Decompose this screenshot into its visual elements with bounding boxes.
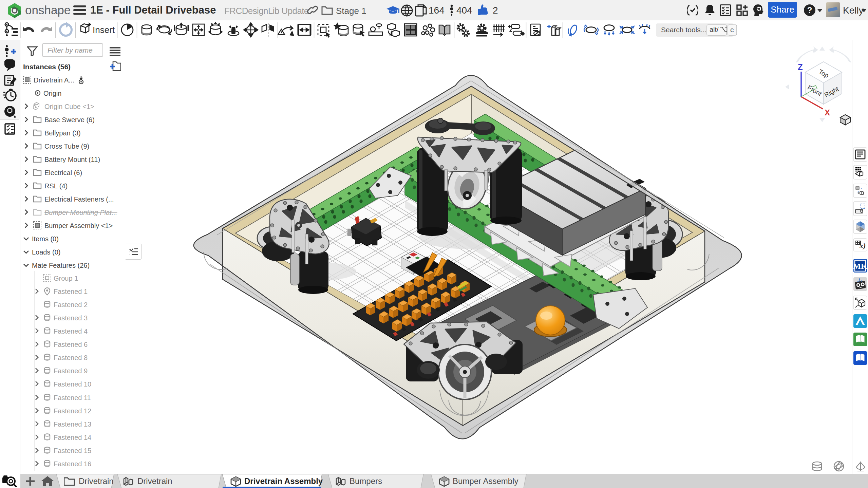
- svg-text:Items (0): Items (0): [32, 235, 59, 243]
- svg-text:Origin Cube <1>: Origin Cube <1>: [44, 103, 94, 110]
- svg-text:Insert: Insert: [93, 25, 115, 35]
- svg-text:c: c: [730, 26, 734, 34]
- svg-text:Fastened 2: Fastened 2: [54, 301, 88, 308]
- svg-text:Bellypan (3): Bellypan (3): [44, 129, 81, 137]
- svg-text:Group 1: Group 1: [54, 275, 78, 282]
- svg-text:Fastened 13: Fastened 13: [54, 420, 91, 428]
- svg-text:Fastened 6: Fastened 6: [54, 341, 88, 348]
- svg-text:Fastened 15: Fastened 15: [54, 447, 91, 454]
- svg-text:Fastened 4: Fastened 4: [54, 327, 88, 335]
- svg-text:Electrical Fasteners (...: Electrical Fasteners (...: [44, 195, 114, 203]
- svg-text:Fastened 1: Fastened 1: [54, 288, 88, 295]
- svg-text:X: X: [825, 108, 830, 117]
- svg-text:RSL (4): RSL (4): [44, 182, 68, 190]
- svg-text:MK: MK: [853, 262, 867, 270]
- svg-text:Search tools...: Search tools...: [661, 26, 706, 34]
- svg-text:Fastened 11: Fastened 11: [54, 394, 91, 401]
- svg-text:?: ?: [807, 5, 812, 15]
- svg-text:Mate Features (26): Mate Features (26): [32, 262, 90, 269]
- svg-text:x): x): [859, 241, 866, 250]
- svg-text:Battery Mount (11): Battery Mount (11): [44, 156, 100, 163]
- svg-text:Electrical (6): Electrical (6): [44, 169, 82, 176]
- svg-text:Loads (0): Loads (0): [32, 248, 61, 256]
- svg-text:Fastened 10: Fastened 10: [54, 380, 91, 388]
- svg-text:Fastened 12: Fastened 12: [54, 407, 91, 415]
- svg-text:Origin: Origin: [43, 90, 61, 97]
- svg-text:Fastened 16: Fastened 16: [54, 460, 91, 468]
- svg-text:Fastened 3: Fastened 3: [54, 314, 88, 322]
- svg-text:Z: Z: [798, 62, 803, 72]
- svg-text:Drivetrain A...: Drivetrain A...: [34, 76, 74, 84]
- svg-text:Cross Tube (9): Cross Tube (9): [44, 143, 89, 150]
- svg-text:Base Swerve (6): Base Swerve (6): [44, 116, 95, 124]
- svg-text:Fastened 14: Fastened 14: [54, 434, 91, 441]
- svg-text:Fastened 8: Fastened 8: [54, 354, 88, 361]
- svg-text:Fastened 9: Fastened 9: [54, 367, 88, 375]
- svg-text:Bumper Assembly <1>: Bumper Assembly <1>: [44, 222, 113, 229]
- svg-text:Bumper Mounting Plat...: Bumper Mounting Plat...: [44, 209, 117, 216]
- svg-text:alt/: alt/: [710, 26, 719, 33]
